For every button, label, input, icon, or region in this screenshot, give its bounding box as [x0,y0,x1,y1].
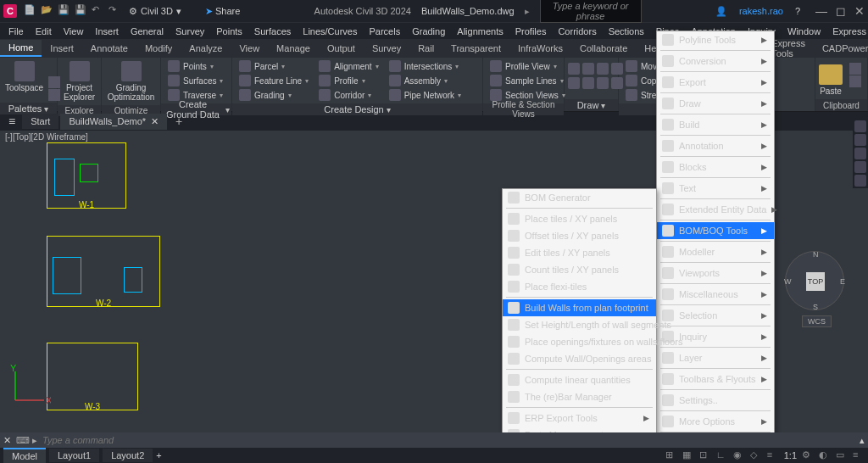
surfaces-button[interactable]: Surfaces▾ [164,74,226,87]
wcs-label[interactable]: WCS [802,315,832,327]
tab-model[interactable]: Model [3,448,46,463]
menu-item-the-re-bar-manager[interactable]: The (re)Bar Manager [503,388,656,405]
search-input[interactable]: Type a keyword or phrase [540,0,642,23]
doc-menu-icon[interactable]: ≡ [3,114,20,128]
grid-icon[interactable]: ▦ [682,449,694,461]
project-explorer-button[interactable]: Project Explorer [61,59,97,103]
zoom-icon[interactable] [854,148,866,159]
profile-view-button[interactable]: Profile View▾ [487,59,569,73]
menu-profiles[interactable]: Profiles [510,25,552,38]
menu-item-place-flexi-tiles[interactable]: Place flexi-tiles [503,278,656,295]
grading-optimization-button[interactable]: Grading Optimization [105,59,157,103]
viewcube-top[interactable]: TOP [806,272,825,291]
pan-icon[interactable] [854,134,866,146]
minimize-button[interactable]: — [815,4,827,18]
tab-insert[interactable]: Insert [42,41,82,56]
menu-item-toolbars-flyouts[interactable]: Toolbars & Flyouts▶ [657,371,774,388]
isolate-icon[interactable]: ◐ [819,449,831,461]
cut-icon[interactable] [849,63,861,75]
open-icon[interactable]: 📂 [41,4,54,18]
rect-icon[interactable] [582,77,594,89]
profile-button[interactable]: Profile▾ [315,74,381,87]
polyline-icon[interactable] [568,77,580,89]
user-name[interactable]: rakesh.rao [739,6,783,16]
menu-item-offset-tiles-xy-panels[interactable]: Offset tiles / XY panels [503,227,656,244]
parcel-button[interactable]: Parcel▾ [236,59,312,73]
tab-analyze[interactable]: Analyze [181,41,231,56]
sample-lines-button[interactable]: Sample Lines▾ [487,74,569,87]
menu-item-polyline-tools[interactable]: Polyline Tools▶ [657,31,774,48]
polar-icon[interactable]: ◉ [733,449,745,461]
menu-file[interactable]: File [3,25,29,38]
menu-item-settings-[interactable]: Settings.. [657,392,774,409]
tab-annotate[interactable]: Annotate [82,41,136,56]
cmd-history-icon[interactable]: ⌨ ▸ [16,435,37,446]
menu-points[interactable]: Points [211,25,248,38]
menu-item-text[interactable]: Text▶ [657,180,774,197]
menu-item-set-height-length-of-wall-segments[interactable]: Set Height/Length of wall segments [503,316,656,333]
save-icon[interactable]: 💾 [58,4,71,18]
menu-item-export[interactable]: Export▶ [657,74,774,91]
tab-cadpower[interactable]: CADPower [814,41,868,56]
viewcube[interactable]: TOP N S E W WCS [785,251,844,310]
menu-general[interactable]: General [125,25,169,38]
tab-view[interactable]: View [231,41,268,56]
menu-sections[interactable]: Sections [604,25,649,38]
cmd-close-icon[interactable]: ✕ [3,435,11,446]
ellipse-icon[interactable] [597,77,609,89]
alignment-button[interactable]: Alignment▾ [315,59,381,73]
menu-item-layer[interactable]: Layer▶ [657,349,774,366]
wall-W-1[interactable]: W-1 [47,142,126,209]
tab-output[interactable]: Output [319,41,364,56]
circle-icon[interactable] [597,63,609,75]
menu-view[interactable]: View [58,25,89,38]
menu-item-build-walls-from-plan-footprint[interactable]: Build Walls from plan footprint [503,299,656,316]
menu-item-bom-generator[interactable]: BOM Generator [503,189,656,206]
tab-active-doc[interactable]: BuildWalls_Demo*✕ [60,114,167,130]
tab-layout2[interactable]: Layout2 [103,449,153,462]
signin-icon[interactable]: 👤 [715,6,727,17]
arc-icon[interactable] [582,63,594,75]
add-layout-button[interactable]: + [156,450,161,460]
wall-W-2[interactable]: W-2 [47,236,160,307]
menu-item-erp-export-tools[interactable]: ERP Export Tools▶ [503,410,656,427]
menu-item-miscellaneous[interactable]: Miscellaneous▶ [657,286,774,303]
modelspace-icon[interactable]: ⊞ [665,449,677,461]
tab-home[interactable]: Home [0,40,42,57]
viewcube-s[interactable]: S [813,303,818,311]
new-tab-button[interactable]: + [169,114,189,128]
menu-item-more-options[interactable]: More Options▶ [657,413,774,430]
menu-item-compute-linear-quantities[interactable]: Compute linear quantities [503,371,656,388]
menu-item-extended-entity-data[interactable]: Extended Entity Data▶ [657,201,774,218]
menu-item-build[interactable]: Build▶ [657,116,774,133]
viewport-label[interactable]: [-][Top][2D Wireframe] [5,132,88,142]
menu-item-conversion[interactable]: Conversion▶ [657,53,774,70]
points-button[interactable]: Points▾ [164,59,226,73]
showmotion-icon[interactable] [854,175,866,187]
new-icon[interactable]: 📄 [24,4,37,18]
menu-item-edit-tiles-xy-panels[interactable]: Edit tiles / XY panels [503,244,656,261]
corridor-button[interactable]: Corridor▾ [315,88,381,102]
intersections-button[interactable]: Intersections▾ [386,59,465,73]
viewcube-e[interactable]: E [840,277,845,286]
line-icon[interactable] [568,63,580,75]
menu-item-selection[interactable]: Selection▶ [657,307,774,324]
annoscale-label[interactable]: 1:1 [784,450,797,460]
viewcube-n[interactable]: N [813,250,819,259]
menu-grading[interactable]: Grading [407,25,450,38]
tab-collaborate[interactable]: Collaborate [571,41,636,56]
menu-item-count-tiles-xy-panels[interactable]: Count tiles / XY panels [503,261,656,278]
clean-icon[interactable]: ▭ [836,449,848,461]
assembly-button[interactable]: Assembly▾ [386,74,465,87]
menu-item-bom-boq-tools[interactable]: BOM/BOQ Tools▶ [657,222,774,239]
viewcube-w[interactable]: W [784,277,792,286]
orbit-icon[interactable] [854,161,866,173]
grading-button[interactable]: Grading▾ [236,88,312,102]
feature-line-button[interactable]: Feature Line▾ [236,74,312,87]
cmd-options-icon[interactable]: ▴ [860,435,865,446]
tab-infraworks[interactable]: InfraWorks [509,41,571,56]
menu-surfaces[interactable]: Surfaces [249,25,296,38]
customize-icon[interactable]: ≡ [853,449,865,461]
menu-item-place-tiles-xy-panels[interactable]: Place tiles / XY panels [503,210,656,227]
menu-corridors[interactable]: Corridors [553,25,601,38]
